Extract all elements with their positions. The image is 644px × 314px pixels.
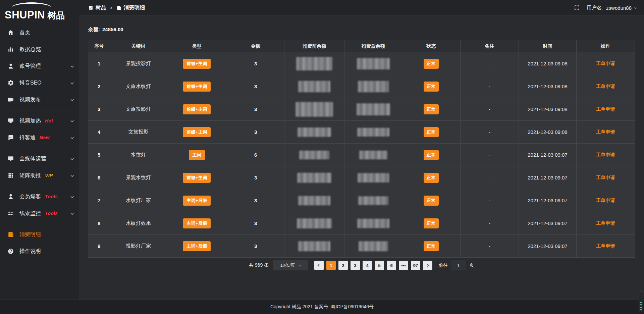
cell-amount: 3 [227,189,284,212]
logo: SHUPIN 树品 [0,0,79,22]
sidebar-item-账号管理[interactable]: 账号管理 [0,58,79,74]
work-order-link[interactable]: 工单申请 [596,129,615,135]
sidebar-item-会员爆客[interactable]: 会员爆客Tools [0,188,79,205]
logo-text-en: SHUPIN [5,10,45,20]
status-badge: 正常 [424,218,439,228]
sidebar-item-全媒体运营[interactable]: 全媒体运营 [0,150,79,167]
sidebar-item-label: 线索监控 [19,210,41,217]
status-badge: 正常 [424,59,439,69]
sidebar-item-tag: Hot [45,118,53,123]
work-order-link[interactable]: 工单申请 [596,175,615,180]
cell-time: 2021-12-03 09:07 [519,189,576,212]
cell-status: 正常 [402,189,460,212]
sidebar-item-抖客通[interactable]: 抖客通New [0,129,79,146]
prev-page-button[interactable] [314,261,324,270]
page-button-2[interactable]: 2 [338,261,348,270]
cell-action: 工单申请 [576,189,635,212]
fullscreen-icon[interactable] [574,5,580,11]
goto-label-prefix: 前往 [438,262,448,268]
cell-balance-before [284,166,344,189]
sidebar-item-label: 矩阵助推 [19,172,41,179]
corner-widget[interactable] [639,292,643,312]
sidebar-item-label: 数据总览 [19,46,41,53]
page-size-value: 10条/页 [280,262,295,268]
cell-type: 前缀+主词 [167,98,227,121]
sidebar-item-数据总览[interactable]: 数据总览 [0,41,79,58]
grid-icon [7,172,14,179]
main-column: 树品>消费明细 用户名: zswodun88 余额:24856.00 [79,0,644,300]
page-size-select[interactable]: 10条/页 [273,260,308,270]
sidebar-item-首页[interactable]: 首页 [0,24,79,41]
breadcrumb-item-树品[interactable]: 树品 [88,4,106,11]
cell-keyword: 文旅投影灯 [110,98,167,121]
work-order-link[interactable]: 工单申请 [596,84,615,89]
sidebar-item-线索监控[interactable]: 线索监控Tools [0,205,79,222]
user-icon [7,63,14,69]
work-order-link[interactable]: 工单申请 [596,220,615,226]
cell-keyword: 水纹灯厂家 [110,189,167,212]
cell-amount: 3 [227,75,284,98]
chevron-down-icon [299,264,301,266]
work-order-link[interactable]: 工单申请 [596,152,615,157]
page-button-6[interactable]: 6 [387,261,396,270]
page-button-4[interactable]: 4 [363,261,372,270]
page-button-97[interactable]: 97 [411,261,420,270]
cell-remark: - [460,75,519,98]
total-count: 共 969 条 [249,262,269,268]
sidebar-divider [5,224,73,224]
work-order-link[interactable]: 工单申请 [596,106,615,112]
corner-widget-stripes [640,302,642,311]
page-button-5[interactable]: 5 [375,261,384,270]
username-label: 用户名: [587,5,603,11]
sidebar-item-视频发布[interactable]: 视频发布 [0,91,79,108]
work-order-link[interactable]: 工单申请 [596,61,615,66]
breadcrumb-item-消费明细[interactable]: 消费明细 [116,4,145,11]
sidebar-item-操作说明[interactable]: 操作说明 [0,243,79,260]
user-dropdown[interactable]: 用户名: zswodun88 [587,5,637,11]
balance: 余额:24856.00 [88,16,635,33]
sidebar-item-视频加热[interactable]: 视频加热Hot [0,112,79,129]
cell-balance-after [344,189,402,212]
cell-index: 1 [88,52,110,75]
cell-remark: - [460,98,519,121]
next-page-button[interactable] [423,261,432,270]
goto-page: 前往 页 [438,260,474,270]
goto-page-input[interactable] [451,260,466,270]
work-order-link[interactable]: 工单申请 [596,243,615,249]
sidebar-item-消费明细[interactable]: 消费明细 [0,226,79,243]
page-button-3[interactable]: 3 [351,261,360,270]
cell-time: 2021-12-03 09:08 [519,98,576,121]
chevron-down-icon [70,211,74,215]
cell-keyword: 景观水纹灯 [110,166,167,189]
masked-balance-before [297,218,332,228]
column-header-操作: 操作 [576,40,635,52]
cell-remark: - [460,189,519,212]
cell-balance-after [344,121,402,144]
status-badge: 正常 [424,104,439,114]
cell-amount: 3 [227,235,284,258]
cell-balance-before [284,98,344,121]
status-badge: 正常 [424,127,439,137]
table-row: 8水纹灯效果主词+后缀3正常-2021-12-03 09:07工单申请 [88,212,635,235]
page-ellipsis[interactable]: ••• [399,261,408,270]
cell-balance-before [284,121,344,144]
cell-remark: - [460,166,519,189]
masked-balance-before [299,151,329,159]
masked-balance-after [358,196,388,205]
page-button-1[interactable]: 1 [326,261,336,270]
cell-index: 2 [88,75,110,98]
chevron-down-icon [70,64,74,67]
status-badge: 正常 [424,241,439,251]
sidebar-item-矩阵助推[interactable]: 矩阵助推VIP [0,167,79,184]
pagination-bar: 共 969 条 10条/页 123456•••97 前往 页 [88,260,635,270]
sidebar-item-抖音SEO[interactable]: 抖音SEO [0,74,79,91]
masked-balance-after [357,128,389,137]
balance-label: 余额: [88,27,100,32]
cell-balance-after [344,52,402,75]
sidebar-divider [5,110,73,110]
cell-index: 5 [88,144,110,166]
cell-type: 主词 [167,144,227,166]
column-header-时间: 时间 [519,40,576,52]
chevron-down-icon [70,136,74,139]
work-order-link[interactable]: 工单申请 [596,198,615,203]
